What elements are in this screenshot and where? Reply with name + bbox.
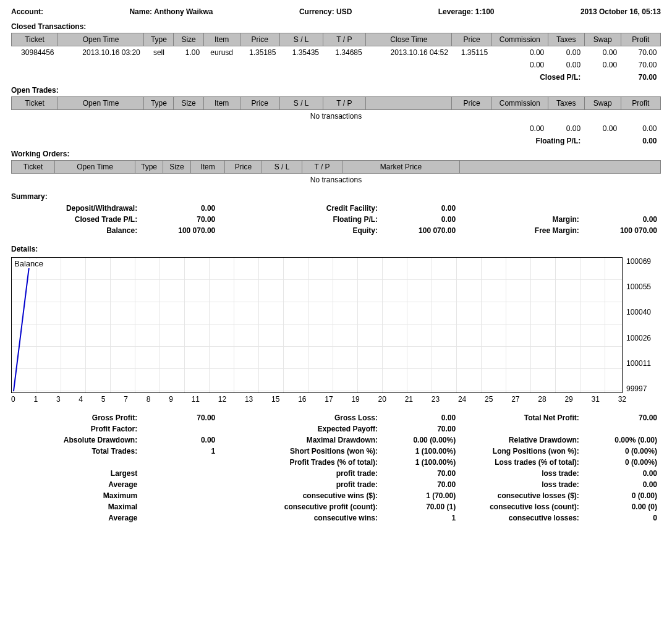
x-tick: 8	[147, 395, 151, 404]
total-profit: 0.00	[621, 122, 660, 135]
cell-profit: 70.00	[621, 46, 660, 59]
cell-size: 1.00	[174, 46, 203, 59]
col-profit: Profit	[621, 33, 660, 46]
credit-facility-label: Credit Facility:	[219, 203, 381, 214]
col-blank	[460, 161, 661, 174]
x-tick: 17	[325, 395, 333, 404]
summary-title: Summary:	[11, 192, 661, 201]
y-tick: 100055	[626, 282, 661, 291]
col-open-time: Open Time	[55, 161, 135, 174]
consecutive-wins-label: consecutive wins:	[219, 512, 381, 524]
col-price: Price	[225, 161, 262, 174]
col-price2: Price	[452, 97, 491, 110]
gross-loss-value: 0.00	[381, 412, 459, 423]
consecutive-losses-dollar-value: 0 (0.00)	[583, 490, 661, 501]
gross-loss-label: Gross Loss:	[219, 412, 381, 423]
working-orders-table: Ticket Open Time Type Size Item Price S …	[11, 160, 661, 186]
col-ticket: Ticket	[12, 33, 58, 46]
no-transactions-row: No transactions	[12, 110, 661, 123]
loss-trades-value: 0 (0.00%)	[583, 457, 661, 468]
table-header-row: Ticket Open Time Type Size Item Price S …	[12, 97, 661, 110]
equity-label: Equity:	[219, 225, 381, 236]
floating-pl-label: Floating P/L:	[219, 214, 381, 225]
report-datetime: 2013 October 16, 05:13	[581, 7, 661, 16]
open-trades-title: Open Trades:	[11, 86, 661, 95]
consecutive-loss-count-value: 0.00 (0)	[583, 501, 661, 512]
open-totals-row: 0.00 0.00 0.00 0.00	[12, 122, 661, 135]
col-price: Price	[240, 33, 279, 46]
consecutive-wins-dollar-label: consecutive wins ($):	[219, 490, 381, 501]
col-sl: S / L	[279, 33, 323, 46]
col-price: Price	[240, 97, 279, 110]
chart-y-axis: 10006910005510004010002610001199997	[623, 257, 661, 393]
consecutive-losses-dollar-label: consecutive losses ($):	[459, 490, 583, 501]
absolute-drawdown-value: 0.00	[141, 435, 219, 446]
free-margin-value: 100 070.00	[583, 225, 661, 236]
expected-payoff-label: Expected Payoff:	[219, 423, 381, 435]
cell-item: eurusd	[203, 46, 240, 59]
gross-profit-label: Gross Profit:	[11, 412, 141, 423]
maximal-label: Maximal	[11, 501, 141, 512]
total-taxes: 0.00	[548, 122, 584, 135]
free-margin-label: Free Margin:	[459, 225, 583, 236]
x-tick: 1	[33, 395, 38, 404]
no-transactions: No transactions	[12, 110, 661, 123]
closed-trade-pl-label: Closed Trade P/L:	[11, 214, 141, 225]
x-tick: 3	[56, 395, 61, 404]
equity-value: 100 070.00	[381, 225, 459, 236]
average-profit-trade-value: 70.00	[381, 479, 459, 490]
no-transactions-row: No transactions	[12, 174, 661, 187]
absolute-drawdown-label: Absolute Drawdown:	[11, 435, 141, 446]
deposit-withdrawal-label: Deposit/Withdrawal:	[11, 203, 141, 214]
loss-trades-label: Loss trades (% of total):	[459, 457, 583, 468]
x-tick: 13	[245, 395, 253, 404]
col-profit: Profit	[621, 97, 660, 110]
x-tick: 16	[298, 395, 306, 404]
col-tp: T / P	[302, 161, 342, 174]
profit-trade-label: profit trade:	[219, 468, 381, 479]
cell-sl: 1.35435	[279, 46, 323, 59]
col-taxes: Taxes	[548, 97, 584, 110]
floating-pl-value: 0.00	[584, 135, 660, 147]
x-tick: 21	[405, 395, 413, 404]
col-price2: Price	[452, 33, 491, 46]
x-tick: 25	[485, 395, 493, 404]
open-trades-table: Ticket Open Time Type Size Item Price S …	[11, 96, 661, 147]
details-title: Details:	[11, 245, 661, 253]
col-ticket: Ticket	[12, 97, 58, 110]
x-tick: 19	[351, 395, 359, 404]
floating-pl-row: Floating P/L: 0.00	[12, 135, 661, 147]
closed-pl-label: Closed P/L:	[12, 71, 585, 83]
total-net-profit-label: Total Net Profit:	[459, 412, 583, 423]
total-net-profit-value: 70.00	[583, 412, 661, 423]
cell-taxes: 0.00	[548, 46, 584, 59]
closed-transactions-title: Closed Transactions:	[11, 22, 661, 31]
col-open-time: Open Time	[58, 33, 144, 46]
x-tick: 23	[432, 395, 440, 404]
name-label: Name:	[129, 7, 152, 16]
total-taxes: 0.00	[548, 59, 584, 71]
chart-legend: Balance	[14, 259, 43, 268]
x-tick: 9	[169, 395, 173, 404]
profit-trade-label: profit trade:	[219, 479, 381, 490]
chart-x-axis: 0134578911121315161719202123242527282931…	[11, 393, 661, 404]
consecutive-loss-count-label: consecutive loss (count):	[459, 501, 583, 512]
cell-commission: 0.00	[491, 46, 548, 59]
profit-factor-label: Profit Factor:	[11, 423, 141, 435]
col-swap: Swap	[584, 33, 621, 46]
margin-label: Margin:	[459, 214, 583, 225]
col-size: Size	[174, 33, 203, 46]
col-close-time: Close Time	[366, 33, 452, 46]
total-trades-label: Total Trades:	[11, 446, 141, 457]
total-trades-value: 1	[141, 446, 219, 457]
short-positions-value: 1 (100.00%)	[381, 446, 459, 457]
x-tick: 20	[378, 395, 386, 404]
col-item: Item	[203, 33, 240, 46]
name-value: Anthony Waikwa	[154, 7, 213, 16]
col-type: Type	[144, 97, 174, 110]
relative-drawdown-value: 0.00% (0.00)	[583, 435, 661, 446]
closed-transactions-table: Ticket Open Time Type Size Item Price S …	[11, 33, 661, 83]
col-size: Size	[163, 161, 191, 174]
balance-value: 100 070.00	[141, 225, 219, 236]
cell-tp: 1.34685	[323, 46, 366, 59]
